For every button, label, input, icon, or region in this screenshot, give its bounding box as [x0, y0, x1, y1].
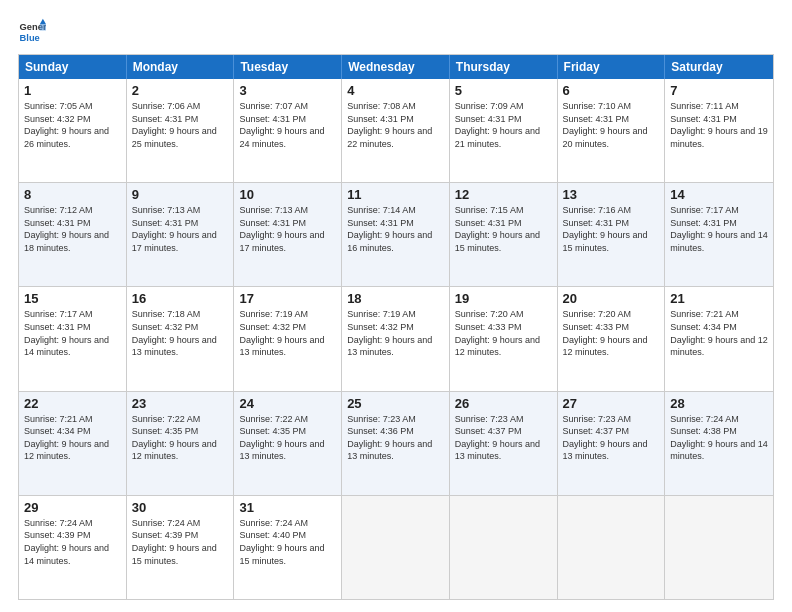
calendar-day-cell	[665, 496, 773, 599]
day-number: 2	[132, 83, 229, 98]
svg-marker-3	[40, 24, 46, 30]
calendar-day-cell: 22 Sunrise: 7:21 AMSunset: 4:34 PMDaylig…	[19, 392, 127, 495]
day-number: 18	[347, 291, 444, 306]
day-info: Sunrise: 7:10 AMSunset: 4:31 PMDaylight:…	[563, 101, 648, 149]
day-number: 9	[132, 187, 229, 202]
day-info: Sunrise: 7:11 AMSunset: 4:31 PMDaylight:…	[670, 101, 768, 149]
calendar-header-cell: Tuesday	[234, 55, 342, 79]
calendar-day-cell	[450, 496, 558, 599]
day-info: Sunrise: 7:22 AMSunset: 4:35 PMDaylight:…	[239, 414, 324, 462]
calendar-day-cell: 23 Sunrise: 7:22 AMSunset: 4:35 PMDaylig…	[127, 392, 235, 495]
calendar-day-cell: 31 Sunrise: 7:24 AMSunset: 4:40 PMDaylig…	[234, 496, 342, 599]
calendar-day-cell: 26 Sunrise: 7:23 AMSunset: 4:37 PMDaylig…	[450, 392, 558, 495]
day-number: 24	[239, 396, 336, 411]
day-info: Sunrise: 7:19 AMSunset: 4:32 PMDaylight:…	[347, 309, 432, 357]
day-info: Sunrise: 7:06 AMSunset: 4:31 PMDaylight:…	[132, 101, 217, 149]
header: General Blue	[18, 18, 774, 46]
day-info: Sunrise: 7:13 AMSunset: 4:31 PMDaylight:…	[239, 205, 324, 253]
calendar-header-cell: Wednesday	[342, 55, 450, 79]
logo-icon: General Blue	[18, 18, 46, 46]
calendar-day-cell: 1 Sunrise: 7:05 AMSunset: 4:32 PMDayligh…	[19, 79, 127, 182]
day-info: Sunrise: 7:22 AMSunset: 4:35 PMDaylight:…	[132, 414, 217, 462]
calendar-header-cell: Sunday	[19, 55, 127, 79]
calendar-week-row: 1 Sunrise: 7:05 AMSunset: 4:32 PMDayligh…	[19, 79, 773, 183]
day-info: Sunrise: 7:07 AMSunset: 4:31 PMDaylight:…	[239, 101, 324, 149]
day-number: 22	[24, 396, 121, 411]
calendar-header-cell: Thursday	[450, 55, 558, 79]
day-number: 27	[563, 396, 660, 411]
calendar-day-cell: 5 Sunrise: 7:09 AMSunset: 4:31 PMDayligh…	[450, 79, 558, 182]
day-number: 29	[24, 500, 121, 515]
day-number: 13	[563, 187, 660, 202]
day-number: 28	[670, 396, 768, 411]
day-info: Sunrise: 7:23 AMSunset: 4:37 PMDaylight:…	[563, 414, 648, 462]
day-number: 7	[670, 83, 768, 98]
day-number: 8	[24, 187, 121, 202]
day-number: 20	[563, 291, 660, 306]
day-number: 6	[563, 83, 660, 98]
calendar-day-cell: 6 Sunrise: 7:10 AMSunset: 4:31 PMDayligh…	[558, 79, 666, 182]
calendar-week-row: 8 Sunrise: 7:12 AMSunset: 4:31 PMDayligh…	[19, 183, 773, 287]
day-info: Sunrise: 7:09 AMSunset: 4:31 PMDaylight:…	[455, 101, 540, 149]
calendar-day-cell: 15 Sunrise: 7:17 AMSunset: 4:31 PMDaylig…	[19, 287, 127, 390]
calendar-header-cell: Saturday	[665, 55, 773, 79]
calendar-day-cell: 30 Sunrise: 7:24 AMSunset: 4:39 PMDaylig…	[127, 496, 235, 599]
calendar-day-cell: 4 Sunrise: 7:08 AMSunset: 4:31 PMDayligh…	[342, 79, 450, 182]
calendar-header: SundayMondayTuesdayWednesdayThursdayFrid…	[19, 55, 773, 79]
calendar-day-cell: 16 Sunrise: 7:18 AMSunset: 4:32 PMDaylig…	[127, 287, 235, 390]
calendar-header-cell: Friday	[558, 55, 666, 79]
calendar-day-cell: 19 Sunrise: 7:20 AMSunset: 4:33 PMDaylig…	[450, 287, 558, 390]
day-number: 10	[239, 187, 336, 202]
day-info: Sunrise: 7:24 AMSunset: 4:40 PMDaylight:…	[239, 518, 324, 566]
day-number: 16	[132, 291, 229, 306]
day-number: 11	[347, 187, 444, 202]
day-number: 21	[670, 291, 768, 306]
calendar-day-cell: 11 Sunrise: 7:14 AMSunset: 4:31 PMDaylig…	[342, 183, 450, 286]
svg-marker-2	[40, 19, 46, 24]
calendar: SundayMondayTuesdayWednesdayThursdayFrid…	[18, 54, 774, 600]
calendar-day-cell: 2 Sunrise: 7:06 AMSunset: 4:31 PMDayligh…	[127, 79, 235, 182]
day-info: Sunrise: 7:20 AMSunset: 4:33 PMDaylight:…	[455, 309, 540, 357]
day-number: 1	[24, 83, 121, 98]
day-number: 17	[239, 291, 336, 306]
calendar-day-cell: 21 Sunrise: 7:21 AMSunset: 4:34 PMDaylig…	[665, 287, 773, 390]
calendar-day-cell: 9 Sunrise: 7:13 AMSunset: 4:31 PMDayligh…	[127, 183, 235, 286]
page: General Blue SundayMondayTuesdayWednesda…	[0, 0, 792, 612]
day-info: Sunrise: 7:05 AMSunset: 4:32 PMDaylight:…	[24, 101, 109, 149]
day-info: Sunrise: 7:24 AMSunset: 4:39 PMDaylight:…	[132, 518, 217, 566]
day-info: Sunrise: 7:08 AMSunset: 4:31 PMDaylight:…	[347, 101, 432, 149]
day-info: Sunrise: 7:17 AMSunset: 4:31 PMDaylight:…	[670, 205, 768, 253]
calendar-day-cell: 17 Sunrise: 7:19 AMSunset: 4:32 PMDaylig…	[234, 287, 342, 390]
calendar-day-cell: 12 Sunrise: 7:15 AMSunset: 4:31 PMDaylig…	[450, 183, 558, 286]
day-info: Sunrise: 7:21 AMSunset: 4:34 PMDaylight:…	[24, 414, 109, 462]
day-info: Sunrise: 7:23 AMSunset: 4:36 PMDaylight:…	[347, 414, 432, 462]
calendar-day-cell: 13 Sunrise: 7:16 AMSunset: 4:31 PMDaylig…	[558, 183, 666, 286]
day-info: Sunrise: 7:15 AMSunset: 4:31 PMDaylight:…	[455, 205, 540, 253]
day-number: 15	[24, 291, 121, 306]
day-info: Sunrise: 7:24 AMSunset: 4:38 PMDaylight:…	[670, 414, 768, 462]
day-info: Sunrise: 7:20 AMSunset: 4:33 PMDaylight:…	[563, 309, 648, 357]
day-info: Sunrise: 7:14 AMSunset: 4:31 PMDaylight:…	[347, 205, 432, 253]
calendar-week-row: 29 Sunrise: 7:24 AMSunset: 4:39 PMDaylig…	[19, 496, 773, 599]
calendar-day-cell	[342, 496, 450, 599]
day-number: 31	[239, 500, 336, 515]
calendar-day-cell: 3 Sunrise: 7:07 AMSunset: 4:31 PMDayligh…	[234, 79, 342, 182]
day-number: 26	[455, 396, 552, 411]
calendar-day-cell: 28 Sunrise: 7:24 AMSunset: 4:38 PMDaylig…	[665, 392, 773, 495]
day-info: Sunrise: 7:13 AMSunset: 4:31 PMDaylight:…	[132, 205, 217, 253]
calendar-header-cell: Monday	[127, 55, 235, 79]
calendar-day-cell	[558, 496, 666, 599]
day-number: 5	[455, 83, 552, 98]
calendar-body: 1 Sunrise: 7:05 AMSunset: 4:32 PMDayligh…	[19, 79, 773, 599]
calendar-day-cell: 27 Sunrise: 7:23 AMSunset: 4:37 PMDaylig…	[558, 392, 666, 495]
day-info: Sunrise: 7:17 AMSunset: 4:31 PMDaylight:…	[24, 309, 109, 357]
day-number: 12	[455, 187, 552, 202]
day-info: Sunrise: 7:18 AMSunset: 4:32 PMDaylight:…	[132, 309, 217, 357]
calendar-day-cell: 14 Sunrise: 7:17 AMSunset: 4:31 PMDaylig…	[665, 183, 773, 286]
calendar-day-cell: 25 Sunrise: 7:23 AMSunset: 4:36 PMDaylig…	[342, 392, 450, 495]
calendar-week-row: 22 Sunrise: 7:21 AMSunset: 4:34 PMDaylig…	[19, 392, 773, 496]
day-info: Sunrise: 7:19 AMSunset: 4:32 PMDaylight:…	[239, 309, 324, 357]
day-number: 30	[132, 500, 229, 515]
day-info: Sunrise: 7:21 AMSunset: 4:34 PMDaylight:…	[670, 309, 768, 357]
day-info: Sunrise: 7:16 AMSunset: 4:31 PMDaylight:…	[563, 205, 648, 253]
